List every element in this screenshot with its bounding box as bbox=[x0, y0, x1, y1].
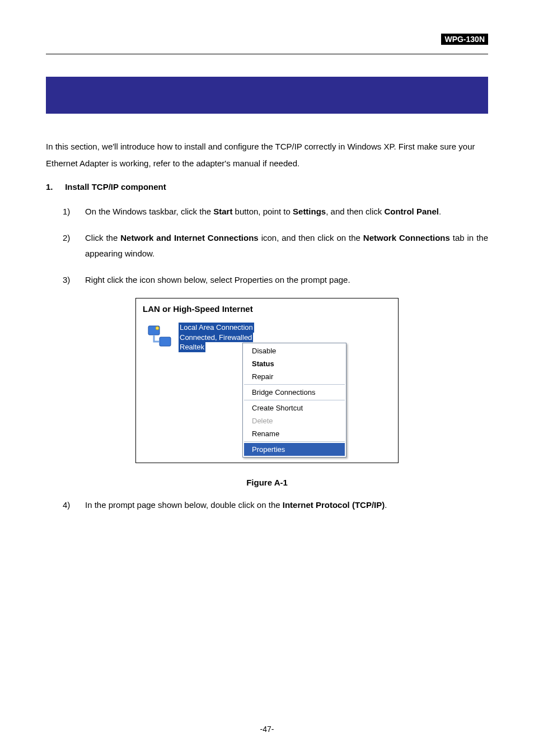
step-number: 2) bbox=[63, 230, 85, 262]
connection-status: Connected, Firewalled bbox=[179, 333, 253, 343]
svg-point-2 bbox=[156, 326, 159, 330]
network-connection-icon bbox=[146, 323, 173, 349]
connection-name: Local Area Connection bbox=[179, 323, 254, 333]
intro-paragraph: In this section, we'll introduce how to … bbox=[46, 138, 488, 172]
menu-item-properties[interactable]: Properties bbox=[244, 443, 345, 456]
step-number: 3) bbox=[63, 272, 85, 288]
step-text: On the Windows taskbar, click the Start … bbox=[85, 204, 488, 220]
step-text: Click the Network and Internet Connectio… bbox=[85, 230, 488, 262]
model-tag: WPG-130N bbox=[441, 34, 488, 45]
menu-item-bridge[interactable]: Bridge Connections bbox=[244, 386, 345, 399]
svg-rect-1 bbox=[160, 337, 171, 346]
context-menu: Disable Status Repair Bridge Connections… bbox=[242, 343, 346, 458]
menu-item-disable[interactable]: Disable bbox=[244, 344, 345, 357]
step-2: 2) Click the Network and Internet Connec… bbox=[63, 230, 488, 262]
step-3: 3) Right click the icon shown below, sel… bbox=[63, 272, 488, 288]
step-text: Right click the icon shown below, select… bbox=[85, 272, 488, 288]
menu-separator bbox=[244, 400, 345, 400]
figure-screenshot: LAN or High-Speed Internet Local Area Co… bbox=[135, 298, 399, 463]
menu-separator bbox=[244, 441, 345, 442]
menu-separator bbox=[244, 384, 345, 385]
figure-caption: Figure A-1 bbox=[246, 478, 288, 487]
step-number: 1) bbox=[63, 204, 85, 220]
appendix-banner bbox=[46, 77, 488, 114]
page-number: -47- bbox=[0, 725, 534, 734]
section-title: 1. Install TCP/IP component bbox=[46, 182, 488, 192]
header-rule bbox=[46, 54, 488, 54]
menu-item-repair[interactable]: Repair bbox=[244, 370, 345, 383]
menu-item-status[interactable]: Status bbox=[244, 357, 345, 370]
step-number: 4) bbox=[63, 497, 85, 514]
menu-item-delete: Delete bbox=[244, 414, 345, 427]
menu-item-rename[interactable]: Rename bbox=[244, 427, 345, 440]
figure-title: LAN or High-Speed Internet bbox=[136, 304, 398, 317]
section-number: 1. bbox=[46, 182, 63, 192]
section-heading: Install TCP/IP component bbox=[65, 182, 166, 192]
menu-item-shortcut[interactable]: Create Shortcut bbox=[244, 402, 345, 414]
figure-a1: LAN or High-Speed Internet Local Area Co… bbox=[46, 298, 488, 487]
step-text: In the prompt page shown below, double c… bbox=[85, 497, 488, 514]
connection-adapter: Realtek bbox=[179, 342, 205, 352]
step-1: 1) On the Windows taskbar, click the Sta… bbox=[63, 204, 488, 220]
step-4: 4) In the prompt page shown below, doubl… bbox=[63, 497, 488, 514]
